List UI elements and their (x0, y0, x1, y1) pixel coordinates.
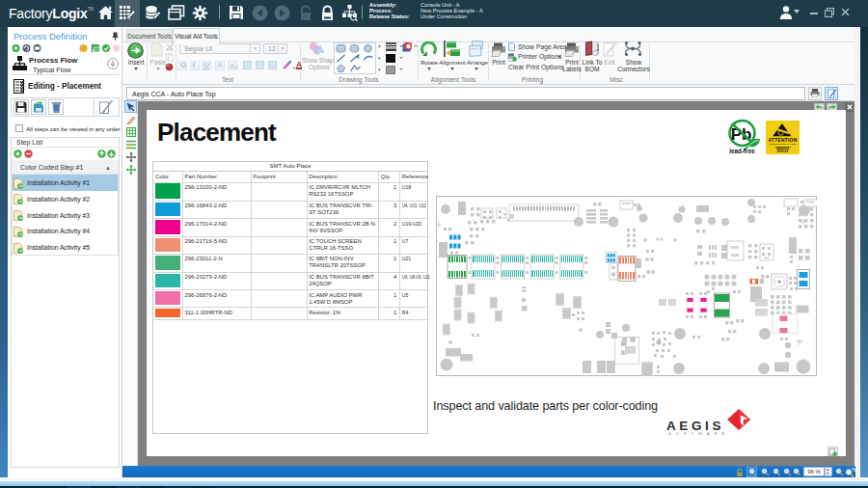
svg-text:DEVICES: DEVICES (777, 149, 789, 153)
svg-text:OBSERVE PRECAUTIONS: OBSERVE PRECAUTIONS (769, 143, 797, 145)
svg-text:ATTENTION: ATTENTION (768, 137, 797, 143)
svg-text:lead-free: lead-free (729, 148, 755, 154)
